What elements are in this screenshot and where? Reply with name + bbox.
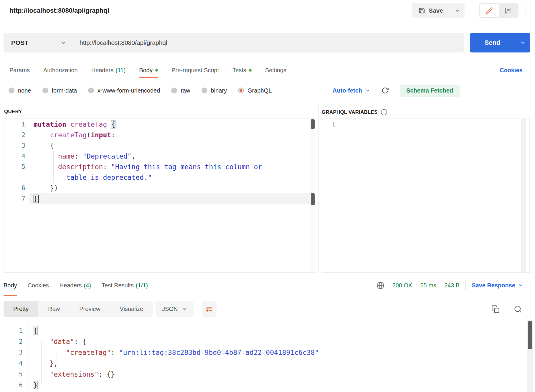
language-select[interactable]: JSON: [156, 301, 194, 317]
tab-authorization[interactable]: Authorization: [43, 62, 78, 78]
body-mode-graphql[interactable]: GraphQL: [238, 87, 272, 94]
refresh-icon: [382, 87, 389, 94]
line-content: table is deprecated.": [29, 172, 310, 183]
tab-label: Settings: [265, 67, 286, 74]
body-mode-binary[interactable]: binary: [202, 87, 227, 94]
auto-fetch-label: Auto-fetch: [333, 87, 362, 94]
tab-params[interactable]: Params: [9, 62, 30, 78]
line-content: }: [29, 193, 310, 204]
body-mode-label: binary: [211, 87, 227, 94]
language-value: JSON: [162, 306, 178, 312]
code-line: table is deprecated.": [4, 172, 310, 183]
variables-editor[interactable]: 1: [322, 118, 530, 273]
tab-tests[interactable]: Tests: [232, 62, 252, 78]
response-body-viewer[interactable]: 1{2 "data": {3 "createTag": "urn:li:tag:…: [0, 320, 535, 392]
line-content: "data": {: [29, 336, 526, 347]
edit-comment-toggle: [479, 3, 519, 18]
scrollbar-thumb[interactable]: [528, 321, 532, 349]
line-number: 7: [4, 193, 29, 204]
code-line: 6}: [0, 380, 526, 391]
tab-label: Tests: [232, 67, 246, 74]
tab-test-results[interactable]: Test Results(1/1): [102, 275, 148, 296]
pane-splitter[interactable]: [318, 104, 319, 273]
variables-line-number: 1: [322, 119, 337, 130]
tab-headers[interactable]: Headers(4): [60, 275, 91, 296]
query-code[interactable]: 1mutation createTag {2 createTag(input:3…: [4, 119, 310, 272]
schema-cluster: Auto-fetch Schema Fetched: [333, 85, 460, 97]
schema-status-badge: Schema Fetched: [400, 85, 460, 97]
url-bar: POST http://localhost:8080/api/graphql: [4, 33, 464, 52]
save-response-button[interactable]: Save Response: [472, 282, 523, 289]
line-content: {: [29, 325, 526, 336]
view-tab-raw[interactable]: Raw: [38, 301, 70, 317]
chevron-down-icon: [518, 283, 523, 288]
body-mode-none[interactable]: none: [9, 87, 31, 94]
radio-icon: [171, 88, 177, 93]
radio-icon: [42, 88, 48, 93]
variables-scrollbar[interactable]: [521, 119, 526, 272]
tab-cookies[interactable]: Cookies: [28, 275, 49, 296]
tab-count: (11): [115, 67, 126, 74]
scrollbar-thumb[interactable]: [311, 119, 315, 129]
code-line: 2 createTag(input:: [4, 130, 310, 140]
tab-body[interactable]: Body: [139, 62, 158, 78]
tab-body[interactable]: Body: [4, 275, 17, 296]
cookies-link[interactable]: Cookies: [500, 62, 523, 78]
tab-label: Body: [4, 282, 17, 289]
line-content: "extensions": {}: [29, 369, 526, 380]
body-mode-row: noneform-datax-www-form-urlencodedrawbin…: [9, 83, 523, 98]
request-title: http://localhost:8080/api/graphql: [9, 7, 109, 14]
refresh-schema-button[interactable]: [382, 87, 389, 94]
auto-fetch-select[interactable]: Auto-fetch: [333, 87, 370, 94]
line-number: 1: [4, 119, 29, 130]
body-mode-label: GraphQL: [247, 87, 272, 94]
copy-button[interactable]: [491, 305, 500, 313]
body-mode-form-data[interactable]: form-data: [42, 87, 77, 94]
chevron-down-icon: [365, 88, 370, 93]
line-number: 4: [4, 151, 29, 162]
body-mode-options: noneform-datax-www-form-urlencodedrawbin…: [9, 87, 272, 94]
code-line: 7}: [4, 193, 310, 204]
response-code[interactable]: 1{2 "data": {3 "createTag": "urn:li:tag:…: [0, 320, 526, 392]
send-button[interactable]: Send: [470, 33, 530, 52]
send-dropdown-button[interactable]: [515, 33, 530, 52]
save-button[interactable]: Save: [412, 3, 450, 18]
tab-count: (4): [84, 282, 91, 289]
tab-pre-request-script[interactable]: Pre-request Script: [171, 62, 219, 78]
view-tab-pretty[interactable]: Pretty: [4, 301, 38, 317]
tab-settings[interactable]: Settings: [265, 62, 286, 78]
view-tab-visualize[interactable]: Visualize: [110, 301, 153, 317]
body-mode-x-www-form-urlencoded[interactable]: x-www-form-urlencoded: [88, 87, 160, 94]
header-actions: Save: [412, 3, 526, 18]
chevron-down-icon: [182, 307, 187, 312]
response-toolbar: PrettyRawPreviewVisualize JSON: [4, 301, 535, 317]
search-button[interactable]: [514, 305, 522, 313]
tab-label: Authorization: [43, 67, 78, 74]
format-button[interactable]: [202, 301, 217, 317]
query-scrollbar[interactable]: [310, 119, 315, 272]
save-dropdown-button[interactable]: [450, 3, 465, 18]
view-tab-preview[interactable]: Preview: [70, 301, 110, 317]
network-icon[interactable]: [377, 281, 384, 289]
edit-mode-button[interactable]: [480, 4, 499, 17]
url-input[interactable]: http://localhost:8080/api/graphql: [80, 39, 464, 46]
response-scrollbar[interactable]: [527, 320, 533, 392]
save-button-label: Save: [429, 7, 443, 14]
code-line: 1{: [0, 325, 526, 336]
info-icon[interactable]: [381, 109, 387, 116]
search-icon: [514, 305, 522, 313]
status-code: 200 OK: [392, 282, 412, 289]
line-number: 6: [0, 380, 29, 391]
line-content: name: "Deprecated",: [29, 151, 310, 162]
line-number: 3: [4, 140, 29, 151]
divider: [465, 281, 466, 290]
line-content: description: "Having this tag means this…: [29, 162, 310, 172]
code-line: 5 "extensions": {}: [0, 369, 526, 380]
query-editor[interactable]: 1mutation createTag {2 createTag(input:3…: [4, 118, 315, 273]
code-line: 6 }): [4, 183, 310, 193]
tab-headers[interactable]: Headers(11): [91, 62, 126, 78]
method-select[interactable]: POST: [4, 33, 72, 52]
comment-button[interactable]: [499, 4, 518, 17]
variables-panel-title: GRAPHQL VARIABLES: [322, 109, 387, 116]
body-mode-raw[interactable]: raw: [171, 87, 190, 94]
